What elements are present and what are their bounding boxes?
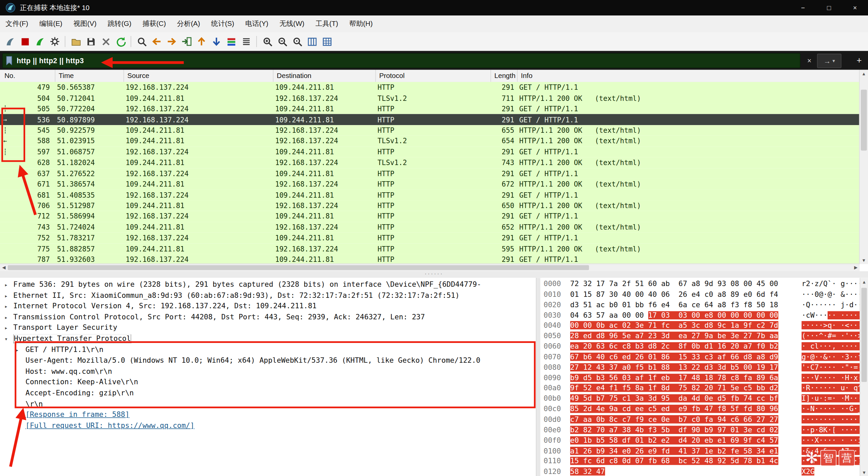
packet-row[interactable]: 71251.586994192.168.137.224109.244.211.8… (0, 211, 860, 222)
go-last-packet-icon[interactable] (209, 34, 223, 49)
scroll-up-icon[interactable]: ▲ (860, 70, 868, 77)
capture-options-fin-icon[interactable] (2, 34, 17, 49)
hex-ascii[interactable]: ·Q······ j·d···P· (801, 300, 868, 309)
filter-add-button[interactable]: + (852, 54, 866, 67)
detail-line[interactable]: ▾Hypertext Transfer Protocol (0, 335, 536, 345)
hex-row[interactable]: 001001 15 87 30 40 00 40 06 26 e4 c0 a8 … (540, 290, 868, 300)
colorize-icon[interactable] (223, 34, 238, 49)
expand-icon[interactable]: ▸ (4, 325, 8, 331)
go-forward-icon[interactable] (164, 34, 179, 49)
detail-line[interactable]: ▸Internet Protocol Version 4, Src: 192.1… (0, 302, 536, 313)
auto-scroll-icon[interactable] (239, 34, 253, 49)
packet-list-vertical-scrollbar[interactable]: ▲ ▼ (859, 70, 868, 264)
zoom-out-icon[interactable] (275, 34, 289, 49)
hex-vertical-scrollbar[interactable]: ▲ ▼ (860, 278, 868, 476)
hex-ascii[interactable]: g·@··&·· ·3··f··· (801, 353, 868, 361)
packet-row[interactable]: ←58851.023915109.244.211.81192.168.137.2… (0, 136, 860, 147)
hex-ascii[interactable]: I]·u·:=· ·M···t·· (801, 394, 868, 403)
detail-line[interactable]: Host: www.qq.com\r\n (0, 367, 536, 378)
pane-splitter[interactable]: ······ (0, 271, 868, 278)
menu-item-6[interactable]: 统计(S) (206, 19, 240, 29)
hex-row[interactable]: 00f0e0 1b b5 58 df 01 b2 e2 d4 20 eb e1 … (540, 436, 868, 446)
detail-line[interactable]: Accept-Encoding: gzip\r\n (0, 389, 536, 399)
detail-line[interactable]: ▸Ethernet II, Src: XiaomiCommun_a8:9d:93… (0, 291, 536, 302)
packet-row[interactable]: →53650.897899192.168.137.224109.244.211.… (0, 114, 860, 125)
packet-row[interactable]: ┆59751.068757192.168.137.224109.244.211.… (0, 147, 860, 157)
menu-item-5[interactable]: 分析(A) (172, 19, 206, 29)
find-packet-icon[interactable] (134, 34, 149, 49)
hex-bytes[interactable]: 28 ed d8 96 5e a7 23 3d ea 27 9a be 3e 2… (570, 332, 778, 340)
packet-row[interactable]: 67151.386574109.244.211.81192.168.137.22… (0, 179, 860, 190)
detail-line[interactable]: Connection: Keep-Alive\r\n (0, 378, 536, 389)
packet-row[interactable]: ┆54550.922579109.244.211.81192.168.137.2… (0, 125, 860, 136)
expand-icon[interactable]: ▸ (4, 282, 8, 288)
hex-bytes[interactable]: 15 fc 6d c8 0d 07 fb 68 bc 52 48 92 5d 7… (570, 457, 778, 465)
column-header-1[interactable]: Time (56, 70, 124, 82)
column-header-5[interactable]: Length (491, 70, 518, 82)
packet-row[interactable]: 62851.182024109.244.211.81192.168.137.22… (0, 157, 860, 168)
scrollbar-thumb[interactable] (861, 288, 867, 382)
hex-ascii[interactable]: ········ ·····f'' (801, 415, 868, 423)
hex-bytes[interactable]: ea 20 63 6c c8 b3 d8 2c 8f 0b d1 16 20 a… (570, 342, 778, 351)
filter-recent-dropdown-icon[interactable]: ▾ (832, 58, 835, 64)
hex-row[interactable]: 00c085 2d 4e 9a cd ee c5 ed e9 fb 47 f8 … (540, 405, 868, 415)
packet-row[interactable]: 63751.276522192.168.137.224109.244.211.8… (0, 168, 860, 179)
hex-row[interactable]: 00e0b2 82 70 a7 38 4b f3 5b df 90 b9 97 … (540, 425, 868, 436)
hex-row[interactable]: 00b049 5d b7 75 c1 3a 3d 95 da 4d 0e d5 … (540, 394, 868, 405)
resize-columns-icon[interactable] (305, 34, 319, 49)
hex-ascii[interactable]: ···0@·@· &·····m· (801, 290, 868, 298)
reload-icon[interactable] (113, 34, 128, 49)
column-header-2[interactable]: Source (124, 70, 274, 82)
detail-line[interactable]: [Response in frame: 588] (0, 410, 536, 421)
hex-ascii[interactable]: r2·z/Q`· g·····E· (801, 280, 868, 288)
hex-ascii[interactable]: ·cW····· ········ (801, 311, 868, 319)
menu-item-7[interactable]: 电话(Y) (240, 19, 274, 29)
scrollbar-thumb[interactable] (8, 265, 589, 270)
hex-row[interactable]: 0020d3 51 ac b0 01 bb f6 e4 6a ce 64 a8 … (540, 300, 868, 311)
detail-line[interactable]: ▸Transmission Control Protocol, Src Port… (0, 313, 536, 323)
menu-item-9[interactable]: 工具(T) (310, 19, 344, 29)
capture-settings-gear-icon[interactable] (47, 34, 62, 49)
menu-item-3[interactable]: 跳转(G) (102, 19, 137, 29)
hex-row[interactable]: 012058 32 47X2G (540, 467, 868, 476)
detail-line[interactable]: ▸Transport Layer Security (0, 323, 536, 334)
packet-row[interactable]: 74351.724024109.244.211.81192.168.137.22… (0, 222, 860, 233)
hex-row[interactable]: 00a09f 52 e4 f1 f5 8a 1f 8d 75 82 20 71 … (540, 384, 868, 394)
detail-link[interactable]: [Full request URI: https://www.qq.com/] (26, 421, 195, 430)
expand-icon[interactable]: ▸ (16, 347, 19, 353)
filter-bookmark-icon[interactable] (5, 56, 12, 65)
filter-clear-icon[interactable]: × (803, 54, 816, 67)
hex-bytes[interactable]: 49 5d b7 75 c1 3a 3d 95 da 4d 0e d5 fb 7… (570, 394, 778, 403)
column-header-0[interactable]: No. (0, 70, 56, 82)
hex-ascii[interactable]: ·-N····· ··G·_··· (801, 405, 868, 413)
detail-line[interactable]: User-Agent: Mozilla/5.0 (Windows NT 10.0… (0, 356, 536, 367)
hex-bytes[interactable]: 67 b6 40 c6 ed 26 01 86 15 33 c3 af 66 d… (570, 353, 778, 361)
column-header-6[interactable]: Info (518, 70, 860, 82)
hex-bytes[interactable]: 04 63 57 aa 00 00 17 03 03 00 e8 00 00 0… (570, 311, 778, 319)
detail-line[interactable]: \r\n (0, 399, 536, 410)
packet-row[interactable]: ┆50550.772204192.168.137.224109.244.211.… (0, 103, 860, 114)
scroll-right-icon[interactable]: ▶ (852, 264, 860, 271)
hex-row[interactable]: 000072 32 17 7a 2f 51 60 ab 67 a8 9d 93 … (540, 280, 868, 290)
menu-item-10[interactable]: 帮助(H) (344, 19, 378, 29)
menu-item-8[interactable]: 无线(W) (274, 19, 310, 29)
stop-capture-icon[interactable] (17, 34, 32, 49)
hex-bytes[interactable]: 27 12 43 37 a0 f5 b1 88 13 22 d3 3d b5 0… (570, 363, 778, 372)
hex-ascii[interactable]: ·R······ u· q^··· (801, 384, 868, 392)
menu-item-4[interactable]: 捕获(C) (137, 19, 172, 29)
hex-row[interactable]: 00d0c7 aa 0b 8c c7 f9 ce 0e b7 c0 fa 94 … (540, 415, 868, 425)
maximize-button[interactable]: □ (816, 0, 842, 15)
packet-row[interactable]: 75251.783217192.168.137.224109.244.211.8… (0, 233, 860, 243)
packet-row[interactable]: 47950.565387192.168.137.224109.244.211.8… (0, 82, 860, 93)
collapse-icon[interactable]: ▾ (4, 336, 8, 342)
hex-bytes[interactable]: e0 1b b5 58 df 01 b2 e2 d4 20 eb e1 69 9… (570, 436, 778, 444)
close-button[interactable]: × (842, 0, 868, 15)
hex-bytes[interactable]: a1 26 b9 34 e0 26 e9 fd 41 37 1e b2 fe 5… (570, 446, 778, 455)
scrollbar-thumb[interactable] (861, 90, 867, 151)
hex-row[interactable]: 0060ea 20 63 6c c8 b3 d8 2c 8f 0b d1 16 … (540, 342, 868, 353)
hex-row[interactable]: 0090b9 d5 b3 56 03 af 1f eb 17 48 18 78 … (540, 374, 868, 384)
hex-ascii[interactable]: ···X···· · ··i··W (801, 436, 868, 444)
hex-ascii[interactable]: · cl···, ···· ··· (801, 342, 868, 351)
hex-ascii[interactable]: '·C7···· ·"·=···· (801, 363, 868, 372)
hex-ascii[interactable]: (···^·#= ·'··>'{· (801, 332, 868, 340)
